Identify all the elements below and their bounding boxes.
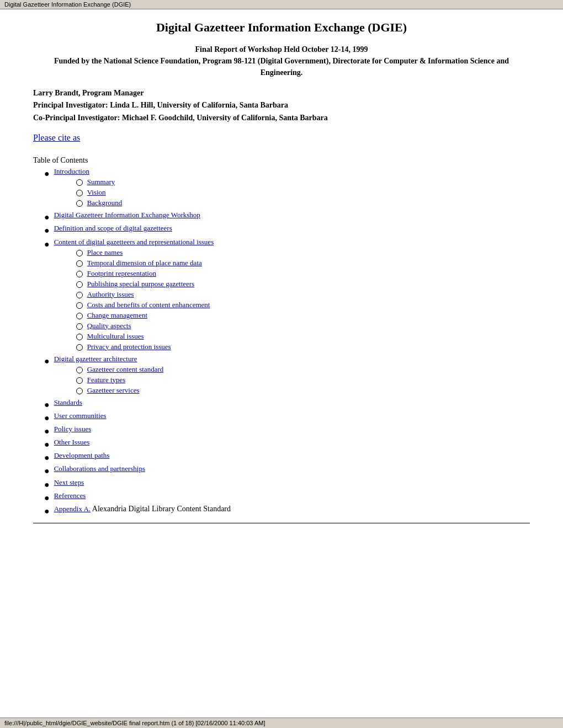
circle-icon [76, 292, 83, 298]
toc-subitem-vision: Vision [76, 188, 123, 197]
toc-link-multicultural[interactable]: Multicultural issues [87, 332, 144, 341]
toc-item-other-issues: ● Other Issues [44, 438, 530, 449]
subtitle-block: Final Report of Workshop Held October 12… [33, 44, 530, 78]
toc-link-collaborations[interactable]: Collaborations and partnerships [54, 464, 145, 473]
toc-item-definition: ● Definition and scope of digital gazett… [44, 224, 530, 235]
browser-title-text: Digital Gazetteer Information Exchange (… [4, 1, 131, 8]
bullet-icon: ● [44, 426, 50, 436]
toc-link-other-issues[interactable]: Other Issues [54, 438, 90, 447]
author-line1: Larry Brandt, Program Manager [33, 87, 530, 99]
bullet-icon: ● [44, 493, 50, 503]
bullet-icon: ● [44, 239, 50, 249]
circle-icon [76, 313, 83, 319]
toc-sublist-content: Place names Temporal dimension of place … [76, 248, 214, 351]
toc-subitem-content-standard: Gazetteer content standard [76, 365, 164, 374]
circle-icon [76, 281, 83, 288]
toc-subitem-place-names: Place names [76, 248, 214, 257]
toc-subitem-summary: Summary [76, 178, 123, 186]
toc-link-workshop[interactable]: Digital Gazetteer Information Exchange W… [54, 211, 200, 220]
bullet-icon: ● [44, 399, 50, 410]
toc-link-summary[interactable]: Summary [87, 178, 115, 186]
toc-subitem-background: Background [76, 199, 123, 207]
bullet-icon: ● [44, 479, 50, 490]
toc-link-footprint[interactable]: Footprint representation [87, 269, 156, 278]
appendix-rest-text: Alexandria Digital Library Content Stand… [92, 505, 231, 513]
circle-icon [76, 179, 83, 186]
bullet-icon: ● [44, 168, 50, 179]
toc-item-standards: ● Standards [44, 398, 530, 410]
toc-link-services[interactable]: Gazetteer services [87, 386, 140, 395]
circle-icon [76, 367, 83, 373]
bullet-icon: ● [44, 506, 50, 516]
toc-subitem-publishing: Publishing special purpose gazetteers [76, 280, 214, 288]
circle-icon [76, 190, 83, 196]
toc-subitem-authority: Authority issues [76, 290, 214, 299]
toc-link-content[interactable]: Content of digital gazetteers and repres… [54, 238, 214, 246]
toc-link-architecture[interactable]: Digital gazetteer architecture [54, 355, 137, 363]
toc-link-feature-types[interactable]: Feature types [87, 376, 126, 384]
toc-link-place-names[interactable]: Place names [87, 248, 123, 257]
appendix-content: Appendix A. Alexandria Digital Library C… [54, 505, 231, 513]
circle-icon [76, 388, 83, 394]
circle-icon [76, 377, 83, 384]
bullet-icon: ● [44, 413, 50, 423]
bullet-icon: ● [44, 225, 50, 235]
toc-link-next-steps[interactable]: Next steps [54, 478, 84, 487]
bullet-icon: ● [44, 452, 50, 463]
toc-item-architecture: ● Digital gazetteer architecture Gazette… [44, 355, 530, 397]
bullet-icon: ● [44, 356, 50, 366]
toc-main-list: ● Introduction Summary Vision Background [44, 167, 530, 516]
circle-icon [76, 271, 83, 277]
toc-link-policy[interactable]: Policy issues [54, 425, 92, 433]
toc-subitem-costs: Costs and benefits of content enhancemen… [76, 301, 214, 309]
toc-link-introduction[interactable]: Introduction [54, 167, 89, 175]
toc-link-references[interactable]: References [54, 491, 86, 500]
toc-subitem-change: Change management [76, 311, 214, 320]
toc-link-change[interactable]: Change management [87, 311, 147, 320]
subtitle-line1: Final Report of Workshop Held October 12… [33, 44, 530, 55]
toc-link-costs[interactable]: Costs and benefits of content enhancemen… [87, 301, 210, 309]
bullet-icon: ● [44, 465, 50, 476]
toc-sublist-architecture: Gazetteer content standard Feature types… [76, 365, 164, 395]
toc-link-temporal[interactable]: Temporal dimension of place name data [87, 259, 202, 267]
author-line3: Co-Principal Investigator: Michael F. Go… [33, 112, 530, 124]
toc-item-references: ● References [44, 491, 530, 503]
author-line2: Principal Investigator: Linda L. Hill, U… [33, 99, 530, 111]
circle-icon [76, 344, 83, 351]
browser-title-bar: Digital Gazetteer Information Exchange (… [0, 0, 563, 9]
circle-icon [76, 200, 83, 207]
toc-item-next-steps: ● Next steps [44, 478, 530, 490]
toc-subitem-multicultural: Multicultural issues [76, 332, 214, 341]
toc-link-background[interactable]: Background [87, 199, 123, 207]
toc-sublist-introduction: Summary Vision Background [76, 178, 123, 207]
toc-link-user-communities[interactable]: User communities [54, 411, 107, 420]
subtitle-line2: Funded by the National Science Foundatio… [33, 55, 530, 78]
toc-item-collaborations: ● Collaborations and partnerships [44, 464, 530, 476]
circle-icon [76, 302, 83, 309]
status-bar: file:///H|/public_html/dgie/DGIE_website… [0, 718, 563, 728]
toc-link-standards[interactable]: Standards [54, 398, 82, 407]
toc-link-vision[interactable]: Vision [87, 188, 106, 197]
toc-link-definition[interactable]: Definition and scope of digital gazettee… [54, 224, 172, 233]
toc-link-content-standard[interactable]: Gazetteer content standard [87, 365, 164, 374]
toc-subitem-temporal: Temporal dimension of place name data [76, 259, 214, 267]
toc-link-authority[interactable]: Authority issues [87, 290, 134, 299]
toc-link-appendix[interactable]: Appendix A. [54, 505, 91, 513]
toc-subitem-quality: Quality aspects [76, 322, 214, 330]
page-content: Digital Gazetteer Information Exchange (… [11, 9, 552, 539]
cite-link[interactable]: Please cite as [33, 133, 80, 143]
toc-item-user-communities: ● User communities [44, 411, 530, 423]
bullet-icon: ● [44, 439, 50, 449]
toc-link-quality[interactable]: Quality aspects [87, 322, 131, 330]
toc-item-introduction: ● Introduction Summary Vision Background [44, 167, 530, 209]
toc-link-publishing[interactable]: Publishing special purpose gazetteers [87, 280, 195, 288]
toc-subitem-feature-types: Feature types [76, 376, 164, 384]
toc-item-workshop: ● Digital Gazetteer Information Exchange… [44, 211, 530, 222]
page-title: Digital Gazetteer Information Exchange (… [33, 20, 530, 35]
toc-link-privacy[interactable]: Privacy and protection issues [87, 342, 171, 351]
authors-block: Larry Brandt, Program Manager Principal … [33, 87, 530, 124]
toc-link-development[interactable]: Development paths [54, 451, 110, 460]
toc-item-policy: ● Policy issues [44, 425, 530, 436]
toc-item-appendix: ● Appendix A. Alexandria Digital Library… [44, 505, 530, 516]
circle-icon [76, 260, 83, 267]
